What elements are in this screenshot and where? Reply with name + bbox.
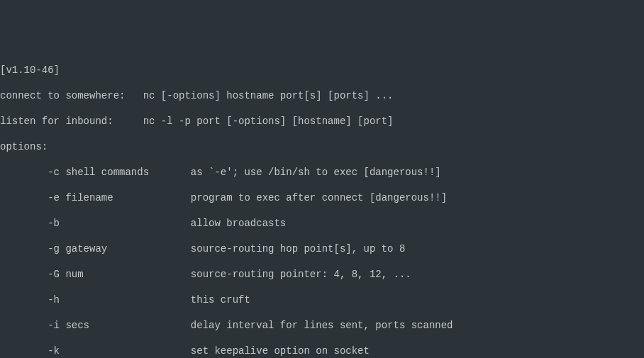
option-line: -c shell commands as `-e'; use /bin/sh t…: [0, 166, 644, 179]
option-line: -h this cruft: [0, 293, 644, 306]
option-line: -i secs delay interval for lines sent, p…: [0, 319, 644, 332]
connect-usage-line: connect to somewhere: nc [-options] host…: [0, 89, 644, 102]
listen-usage-line: listen for inbound: nc -l -p port [-opti…: [0, 115, 644, 128]
option-line: -b allow broadcasts: [0, 217, 644, 230]
option-line: -g gateway source-routing hop point[s], …: [0, 242, 644, 255]
options-header-line: options:: [0, 140, 644, 153]
option-line: -e filename program to exec after connec…: [0, 191, 644, 204]
option-line: -k set keepalive option on socket: [0, 345, 644, 357]
version-line: [v1.10-46]: [0, 64, 644, 77]
option-line: -G num source-routing pointer: 4, 8, 12,…: [0, 268, 644, 281]
terminal-output: [v1.10-46] connect to somewhere: nc [-op…: [0, 51, 644, 358]
